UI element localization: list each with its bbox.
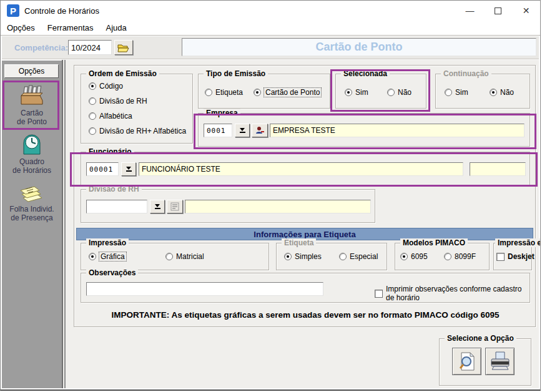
radio-icon — [89, 112, 96, 120]
menu-opcoes[interactable]: Opções — [1, 22, 41, 34]
app-window: P Controle de Horários — ✕ Opções Ferram… — [0, 0, 541, 391]
group-selecionada: Selecionada Sim Não — [335, 74, 426, 109]
funcionario-name-field[interactable]: FUNCIONÁRIO TESTE — [139, 162, 463, 176]
group-selecione-a-opcao: Selecione a Opção — [439, 338, 531, 386]
checkbox-icon — [375, 290, 383, 298]
empresa-code-field[interactable]: 0001 — [204, 124, 232, 137]
group-title: Tipo de Emissão — [204, 69, 268, 78]
sidebar-item-label: Quadro de Horários — [2, 157, 62, 175]
empresa-search-button[interactable] — [252, 124, 268, 137]
divisao-search-button[interactable] — [167, 200, 183, 213]
competencia-input[interactable] — [68, 40, 112, 55]
radio-icon — [387, 89, 395, 96]
radio-matricial[interactable]: Matricial — [165, 252, 204, 261]
group-etiqueta: Etiqueta Simples Especial — [276, 243, 387, 270]
empresa-lookup-button[interactable] — [235, 124, 250, 137]
radio-continuacao-sim[interactable]: Sim — [445, 88, 468, 97]
radio-grafica[interactable]: Gráfica — [89, 252, 126, 261]
radio-divisao-rh-alfabetica[interactable]: Divisão de RH+ Alfabética — [89, 127, 186, 135]
sidebar-item-label: Cartão de Ponto — [2, 109, 62, 126]
radio-icon — [339, 253, 347, 260]
radio-etiqueta[interactable]: Etiqueta — [205, 88, 243, 97]
printer-icon — [489, 351, 511, 372]
sidebar-splitter[interactable] — [62, 60, 67, 388]
radio-icon — [165, 253, 173, 260]
group-empresa: Empresa 0001 EMPRESA TESTE — [198, 113, 530, 147]
group-title: Impressão — [86, 238, 129, 247]
page-title: Cartão de Ponto — [315, 41, 402, 54]
sidebar-item-folha-individual[interactable]: Folha Individ. de Presença — [2, 180, 62, 222]
app-icon: P — [7, 4, 19, 17]
sidebar-item-cartao-de-ponto[interactable]: Cartão de Ponto — [2, 84, 62, 126]
menu-ferramentas[interactable]: Ferramentas — [41, 22, 100, 34]
dropdown-arrow-icon — [240, 128, 245, 131]
radio-continuacao-nao[interactable]: Não — [490, 88, 514, 97]
maximize-button[interactable] — [484, 1, 512, 21]
funcionario-lookup-button[interactable] — [121, 162, 136, 176]
print-preview-icon — [456, 351, 478, 372]
dropdown-arrow-icon — [126, 167, 131, 170]
funcionario-extra-field[interactable] — [470, 162, 526, 176]
radio-simples[interactable]: Simples — [284, 252, 322, 261]
print-button[interactable] — [485, 348, 515, 375]
company-person-icon — [255, 126, 265, 135]
sidebar-options-button[interactable]: Opções — [4, 64, 59, 78]
radio-especial[interactable]: Especial — [339, 252, 378, 261]
radio-icon — [89, 253, 96, 260]
group-divisao-de-rh: Divisão de RH — [81, 189, 375, 223]
card-file-icon — [19, 84, 45, 107]
open-folder-button[interactable] — [114, 40, 133, 55]
checkbox-icon — [496, 253, 505, 261]
radio-8099f[interactable]: 8099F — [444, 252, 476, 261]
radio-icon — [89, 127, 96, 135]
group-title: Selecione a Opção — [445, 334, 516, 343]
radio-cartao-de-ponto[interactable]: Cartão de Ponto — [254, 88, 321, 97]
divisao-list-icon — [170, 202, 179, 211]
sidebar-item-quadro-de-horarios[interactable]: Quadro de Horários — [2, 132, 62, 175]
maximize-icon — [495, 7, 501, 14]
checkbox-deskjet[interactable]: Deskjet — [496, 252, 535, 261]
empresa-name-field[interactable]: EMPRESA TESTE — [270, 124, 525, 137]
group-title: Continuação — [441, 69, 491, 78]
divisao-code-field[interactable] — [86, 200, 147, 213]
sidebar-item-label: Folha Individ. de Presença — [2, 205, 62, 222]
funcionario-code-field[interactable]: 00001 — [86, 162, 119, 176]
sidebar: Opções Cartão de Ponto — [2, 60, 62, 388]
window-title: Controle de Horários — [24, 6, 99, 16]
print-preview-button[interactable] — [452, 348, 481, 375]
group-tipo-de-emissao: Tipo de Emissão Etiqueta Cartão de Ponto — [198, 74, 330, 109]
observacoes-input[interactable] — [86, 282, 323, 296]
radio-selecionada-sim[interactable]: Sim — [345, 88, 368, 97]
page-header-panel: Cartão de Ponto — [182, 38, 536, 56]
group-title: Selecionada — [341, 69, 390, 78]
group-title: Ordem de Emissão — [86, 69, 159, 78]
folder-icon — [117, 43, 130, 52]
minimize-button[interactable]: — — [456, 1, 484, 21]
group-impressao: Impressão Gráfica Matricial — [81, 243, 269, 270]
dropdown-arrow-icon — [155, 204, 160, 207]
clock-icon — [21, 132, 43, 155]
menu-ajuda[interactable]: Ajuda — [100, 22, 133, 34]
competencia-label: Competência: — [14, 43, 68, 52]
divisao-lookup-button[interactable] — [150, 200, 165, 213]
radio-selecionada-nao[interactable]: Não — [387, 88, 411, 97]
checkbox-imprimir-observacoes[interactable]: Imprimir observações conforme cadastro d… — [375, 285, 530, 302]
radio-icon — [89, 97, 96, 105]
form-panel: Ordem de Emissão Código Divisão de RH Al… — [74, 65, 536, 327]
radio-6095[interactable]: 6095 — [400, 252, 428, 261]
close-button[interactable]: ✕ — [512, 1, 540, 21]
divisao-name-field[interactable] — [185, 200, 371, 213]
group-title: Modelos PIMACO — [400, 238, 468, 247]
group-continuacao: Continuação Sim Não — [435, 74, 530, 109]
radio-icon — [205, 89, 212, 96]
group-title: Divisão de RH — [86, 185, 142, 194]
group-title: Observações — [86, 268, 138, 277]
main-content: Ordem de Emissão Código Divisão de RH Al… — [67, 60, 539, 388]
sheet-icon — [18, 180, 46, 203]
radio-icon — [444, 253, 451, 260]
radio-divisao-rh[interactable]: Divisão de RH — [89, 97, 147, 105]
radio-icon — [345, 89, 352, 96]
radio-alfabetica[interactable]: Alfabética — [89, 112, 132, 120]
radio-codigo[interactable]: Código — [89, 82, 123, 91]
group-modelos-pimaco: Modelos PIMACO 6095 8099F — [395, 243, 490, 270]
